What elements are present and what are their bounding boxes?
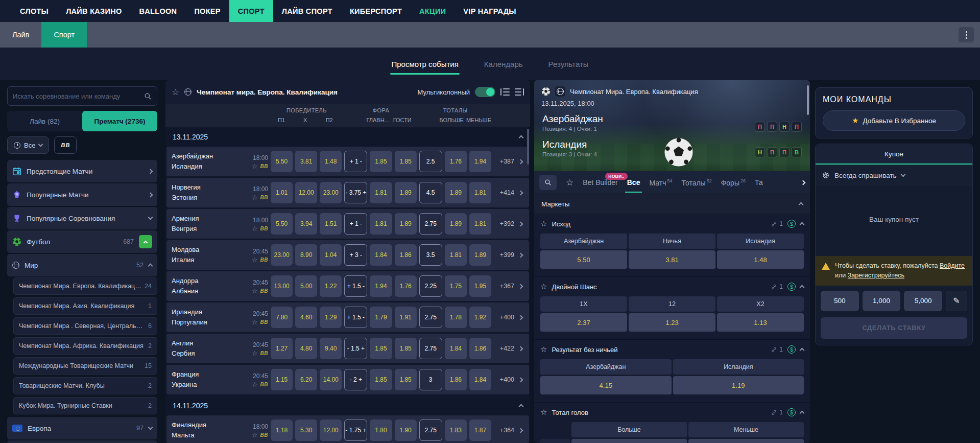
competition-item[interactable]: Чемпионат Мира. Африка. Квалификация 2 xyxy=(13,337,157,355)
odds-draw-button[interactable]: 12.00 xyxy=(295,182,317,203)
total-under-button[interactable]: 1.89 xyxy=(469,244,491,266)
handicap-line-button[interactable]: + 1 - xyxy=(344,151,367,172)
market-odds-button[interactable]: 2.37 xyxy=(540,313,627,332)
total-under-button[interactable]: 1.92 xyxy=(469,307,491,328)
tab-match[interactable]: Матч54 xyxy=(649,178,672,187)
more-markets-link[interactable]: +364 xyxy=(494,427,514,434)
stake-1000-button[interactable]: 1,000 xyxy=(863,291,901,311)
collapse-market-chevron[interactable] xyxy=(800,348,805,353)
linked-markets-icon[interactable]: 1 xyxy=(771,220,783,227)
accept-odds-dropdown[interactable]: Всегда спрашивать xyxy=(816,165,972,186)
competition-item[interactable]: Чемпионат Мира . Северная, Центральна...… xyxy=(13,317,157,335)
total-line-button[interactable]: 4.5 xyxy=(419,182,442,203)
total-line-button[interactable]: 2.75 xyxy=(419,307,442,328)
favorite-markets-tab[interactable]: ☆ xyxy=(566,177,573,188)
total-under-button[interactable]: 1.81 xyxy=(469,213,491,235)
time-filter-dropdown[interactable]: Все xyxy=(7,136,49,154)
match-teams[interactable]: Финляндия Мальта xyxy=(172,420,239,440)
layout-list-icon[interactable] xyxy=(500,88,510,96)
match-row[interactable]: Ирландия Португалия 20:45 ☆ BB 7.80 4.60… xyxy=(166,302,529,332)
search-input[interactable] xyxy=(13,92,144,100)
sidebar-item-world[interactable]: Мир 52 xyxy=(7,254,157,276)
nav-balloon[interactable]: BALLOON xyxy=(131,0,186,22)
total-line-button[interactable]: 2.75 xyxy=(419,213,442,235)
total-under-button[interactable]: 1.95 xyxy=(469,275,491,297)
layout-columns-icon[interactable] xyxy=(515,88,524,96)
market-odds-button[interactable]: 1.48 xyxy=(717,250,804,269)
odds-p2-button[interactable]: 14.00 xyxy=(320,369,342,390)
date-group-header[interactable]: 14.11.2025 xyxy=(165,396,530,415)
more-markets-link[interactable]: +422 xyxy=(494,345,514,352)
handicap-home-button[interactable]: 1.94 xyxy=(370,275,392,297)
favorite-star-icon[interactable]: ☆ xyxy=(252,225,258,232)
favorite-star-icon[interactable]: ☆ xyxy=(252,431,258,439)
match-row[interactable]: Финляндия Мальта 18:00 ☆ BB 1.18 5.30 12… xyxy=(166,415,529,443)
nav-esports[interactable]: КИБЕРСПОРТ xyxy=(341,0,411,22)
tab-bet-builder[interactable]: НОВИ.. Bet Builder xyxy=(583,178,617,186)
favorite-market-star-icon[interactable]: ☆ xyxy=(540,282,547,291)
tab-calendar[interactable]: Календарь xyxy=(483,56,524,73)
tab-event-view[interactable]: Просмотр события xyxy=(390,56,459,73)
handicap-line-button[interactable]: - 2 + xyxy=(344,369,367,390)
sidebar-item-popular-competitions[interactable]: Популярные Соревнования xyxy=(7,207,157,229)
favorite-star-icon[interactable]: ☆ xyxy=(252,318,258,326)
handicap-line-button[interactable]: - 1.5 + xyxy=(344,338,367,359)
handicap-home-button[interactable]: 1.84 xyxy=(370,244,392,266)
match-teams[interactable]: Андорра Албания xyxy=(172,276,239,296)
favorite-star-icon[interactable]: ☆ xyxy=(252,287,258,295)
handicap-home-button[interactable]: 1.80 xyxy=(370,419,392,441)
total-line-button[interactable]: 2.25 xyxy=(419,275,442,297)
linked-markets-icon[interactable]: 1 xyxy=(771,346,783,353)
linked-markets-icon[interactable]: 1 xyxy=(771,283,783,290)
match-teams[interactable]: Франция Украина xyxy=(172,369,239,390)
more-menu-button[interactable] xyxy=(959,27,974,42)
edit-stake-button[interactable]: ✎ xyxy=(946,291,967,311)
handicap-line-button[interactable]: - 1.75 + xyxy=(344,419,367,441)
total-over-button[interactable]: 1.89 xyxy=(445,213,467,235)
sidebar-item-europe[interactable]: Европа 97 xyxy=(7,417,157,439)
odds-p1-button[interactable]: 1.27 xyxy=(271,338,293,359)
total-over-button[interactable]: 1.86 xyxy=(445,369,467,390)
handicap-line-button[interactable]: + 1 - xyxy=(344,213,367,235)
odds-p1-button[interactable]: 7.80 xyxy=(271,307,293,328)
vertical-scrollbar[interactable] xyxy=(527,129,529,165)
stake-500-button[interactable]: 500 xyxy=(821,291,859,311)
market-odds-button[interactable]: 5.50 xyxy=(540,250,627,269)
match-teams[interactable]: Азербайджан Исландия xyxy=(172,151,239,172)
favorite-star-icon[interactable]: ☆ xyxy=(252,349,258,357)
league-globe-chip[interactable] xyxy=(555,86,565,97)
total-under-button[interactable]: 1.84 xyxy=(469,369,491,390)
odds-p2-button[interactable]: 1.29 xyxy=(320,307,342,328)
odds-p1-button[interactable]: 5.50 xyxy=(271,151,293,172)
favorite-star-icon[interactable]: ☆ xyxy=(252,256,258,264)
match-row[interactable]: Англия Сербия 20:45 ☆ BB 1.27 4.80 9.40 xyxy=(166,334,529,363)
favorite-market-star-icon[interactable]: ☆ xyxy=(540,408,547,417)
competition-item[interactable]: Кубок Мира. Турнирные Ставки 2 xyxy=(13,397,157,414)
competition-item[interactable]: Чемпионат Мира. Европа. Квалификация 24 xyxy=(13,277,157,295)
odds-p2-button[interactable]: 1.48 xyxy=(320,151,342,172)
date-group-header[interactable]: 13.11.2025 xyxy=(165,127,530,147)
place-bet-button[interactable]: СДЕЛАТЬ СТАВКУ xyxy=(821,317,967,339)
handicap-away-button[interactable]: 1.89 xyxy=(395,213,417,235)
odds-draw-button[interactable]: 8.90 xyxy=(295,244,317,266)
total-line-button[interactable]: 2.5 xyxy=(419,151,442,172)
tab-sport-mode[interactable]: Спорт xyxy=(41,22,87,48)
handicap-away-button[interactable]: 1.89 xyxy=(395,182,417,203)
market-odds-button[interactable]: 8.70 xyxy=(688,439,804,443)
collapse-market-chevron[interactable] xyxy=(800,222,805,227)
match-row[interactable]: Армения Венгрия 18:00 ☆ BB 5.50 3.94 1.5… xyxy=(166,209,529,239)
total-line-button[interactable]: 2.75 xyxy=(419,338,442,359)
handicap-line-button[interactable]: - 3.75 + xyxy=(344,182,367,203)
nav-sport[interactable]: СПОРТ xyxy=(229,0,273,22)
total-line-button[interactable]: 3 xyxy=(419,369,442,390)
tab-totals[interactable]: Тоталы52 xyxy=(681,178,711,187)
match-row[interactable]: Франция Украина 20:45 ☆ BB 1.15 6.20 14.… xyxy=(166,365,529,394)
total-over-button[interactable]: 1.84 xyxy=(445,338,467,359)
tab-prematch-events[interactable]: Прематч (2736) xyxy=(82,111,157,131)
handicap-away-button[interactable]: 1.76 xyxy=(395,275,417,297)
total-over-button[interactable]: 1.89 xyxy=(445,182,467,203)
market-odds-button[interactable]: 1.19 xyxy=(673,376,804,394)
odds-p1-button[interactable]: 1.18 xyxy=(271,419,293,441)
tab-results[interactable]: Результаты xyxy=(547,56,590,73)
sidebar-item-upcoming[interactable]: Предстоящие Матчи xyxy=(7,160,157,182)
